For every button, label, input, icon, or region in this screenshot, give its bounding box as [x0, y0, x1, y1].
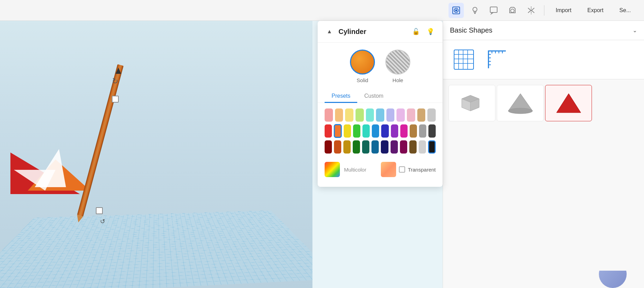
svg-point-3 [473, 7, 477, 11]
color-swatch[interactable] [325, 108, 333, 122]
color-swatch[interactable] [428, 124, 436, 138]
color-grid [318, 103, 443, 159]
multicolor-label: Multicolor [344, 167, 366, 173]
shape-thumb-box[interactable] [449, 85, 495, 121]
settings-button[interactable]: Se... [613, 5, 637, 16]
tab-custom[interactable]: Custom [357, 90, 390, 103]
transparent-button[interactable]: Transparent [381, 162, 436, 177]
color-swatch[interactable] [362, 140, 369, 154]
handle-bottom[interactable] [96, 207, 103, 214]
hole-circle [385, 50, 410, 75]
color-swatch[interactable] [335, 108, 343, 122]
color-swatch[interactable] [409, 140, 417, 154]
color-swatch[interactable] [391, 140, 398, 154]
color-swatch[interactable] [419, 140, 426, 154]
color-swatch-selected[interactable] [334, 124, 342, 138]
collapse-button[interactable]: ▲ [325, 27, 334, 36]
camera-icon-btn[interactable] [505, 3, 520, 18]
color-swatch[interactable] [325, 140, 332, 154]
color-swatch[interactable] [410, 124, 417, 138]
shapes-panel-title: Basic Shapes [450, 26, 633, 34]
color-swatch[interactable] [372, 124, 379, 138]
solid-circle [350, 50, 375, 75]
transparent-label: Transparent [408, 167, 436, 173]
color-swatch[interactable] [371, 140, 379, 154]
color-swatch[interactable] [343, 140, 351, 154]
lightbulb-button[interactable]: 💡 [425, 26, 436, 37]
color-row-2 [325, 124, 436, 138]
handle-top[interactable] [112, 96, 119, 103]
grid-plane [0, 211, 312, 288]
tab-presets[interactable]: Presets [325, 90, 357, 103]
color-swatch[interactable] [356, 108, 364, 122]
rotate-control-bottom[interactable]: ↺ [100, 218, 105, 225]
color-swatch[interactable] [396, 108, 405, 122]
panel-header: ▲ Cylinder 🔓 💡 [318, 21, 443, 43]
svg-marker-28 [557, 94, 581, 113]
panel-title: Cylinder [338, 28, 407, 36]
svg-point-27 [508, 108, 533, 114]
shapes-dropdown-button[interactable]: ⌄ [633, 27, 637, 34]
pencil-object[interactable] [77, 64, 124, 216]
color-swatch[interactable] [417, 108, 426, 122]
arrow-up-control[interactable] [116, 68, 121, 74]
hole-label: Hole [393, 77, 403, 83]
svg-rect-5 [490, 7, 497, 12]
transparent-checkbox[interactable] [399, 166, 405, 173]
ruler-tool-button[interactable] [483, 46, 511, 73]
bulb-icon-btn[interactable] [467, 3, 483, 18]
multicolor-icon [325, 162, 340, 177]
color-swatch[interactable] [376, 108, 384, 122]
color-swatch[interactable] [391, 124, 398, 138]
color-swatch-dark[interactable] [428, 140, 436, 154]
color-swatch[interactable] [325, 124, 332, 138]
color-swatch[interactable] [400, 124, 408, 138]
color-swatch[interactable] [353, 140, 360, 154]
mirror-icon-btn[interactable] [524, 3, 539, 18]
import-button[interactable]: Import [550, 5, 578, 16]
toolbar-separator [544, 5, 544, 16]
hole-button[interactable]: Hole [385, 50, 410, 83]
color-swatch[interactable] [362, 124, 370, 138]
lock-button[interactable]: 🔓 [411, 26, 421, 37]
shape-thumb-cone[interactable] [497, 85, 544, 121]
color-row-1 [325, 108, 436, 122]
grid-tool-button[interactable] [450, 46, 478, 73]
shapes-grid [443, 79, 644, 127]
export-button[interactable]: Export [581, 5, 610, 16]
shape-thumb-red[interactable] [545, 85, 592, 121]
color-swatch[interactable] [345, 108, 353, 122]
top-toolbar: Import Export Se... [0, 0, 644, 21]
solid-button[interactable]: Solid [350, 50, 375, 83]
solid-hole-row: Solid Hole [318, 43, 443, 87]
color-swatch[interactable] [386, 108, 395, 122]
transparent-icon [381, 162, 396, 177]
white-shape2 [14, 170, 56, 191]
svg-point-2 [455, 10, 457, 11]
color-extras: Multicolor Transparent [318, 159, 443, 180]
svg-rect-8 [454, 50, 474, 69]
shapes-panel: Basic Shapes ⌄ [443, 21, 644, 288]
svg-point-6 [511, 9, 514, 12]
shape-properties-panel: ▲ Cylinder 🔓 💡 Solid Hole Presets Custom [318, 21, 443, 187]
color-swatch[interactable] [400, 140, 407, 154]
color-swatch[interactable] [381, 124, 388, 138]
color-swatch[interactable] [381, 140, 388, 154]
color-swatch[interactable] [366, 108, 374, 122]
shapes-top-icons [443, 40, 644, 79]
multicolor-button[interactable]: Multicolor [325, 162, 366, 177]
canvas-area[interactable]: ↻ ↺ [0, 0, 312, 288]
color-swatch[interactable] [334, 140, 341, 154]
color-swatch[interactable] [344, 124, 351, 138]
view-cube-icon-btn[interactable] [449, 3, 464, 18]
color-swatch[interactable] [427, 108, 436, 122]
comment-icon-btn[interactable] [486, 3, 501, 18]
color-swatch[interactable] [407, 108, 415, 122]
color-tabs: Presets Custom [318, 90, 443, 103]
color-swatch[interactable] [419, 124, 426, 138]
solid-label: Solid [357, 77, 368, 83]
color-swatch[interactable] [353, 124, 360, 138]
color-row-3 [325, 140, 436, 154]
shapes-panel-header: Basic Shapes ⌄ [443, 21, 644, 40]
